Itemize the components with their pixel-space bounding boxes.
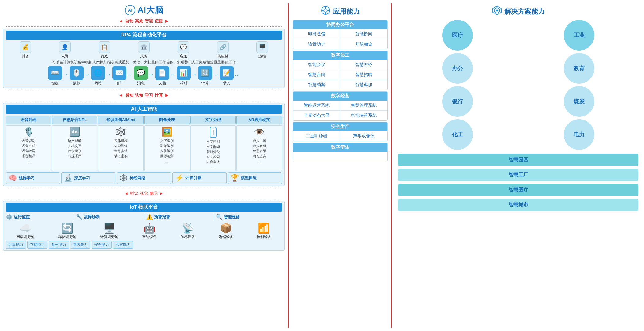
iot-cap-compute: 计算能力 xyxy=(6,241,26,249)
iot-capabilities-row: 计算能力 存储能力 备份能力 网络能力 安全能力 容灾能力 xyxy=(6,241,282,249)
rpa-cat-hr: 👤 人资 xyxy=(54,41,76,59)
iot-storage-pool-label: 存储资源池 xyxy=(58,234,77,240)
solution-circle-bank: 银行 xyxy=(442,86,473,117)
solution-circle-power: 电力 xyxy=(564,119,594,150)
ai-training-icon: 🏆 xyxy=(231,174,239,182)
app-cap-cell-smart-archive: 智慧档案 xyxy=(293,80,340,90)
rpa-cat-finance: 💰 财务 xyxy=(15,41,36,59)
rpa-cat-finance-label: 财务 xyxy=(22,54,29,59)
iot-divider-1 xyxy=(74,214,74,220)
rpa-cat-admin-label: 行政 xyxy=(101,54,108,59)
flow-website: 🌐 网站 xyxy=(91,66,105,86)
app-cap-cell-smart-ops: 智能运营系统 xyxy=(293,101,340,111)
rpa-cat-ops: 🖥️ 运维 xyxy=(251,41,273,59)
arrow-right: ► xyxy=(164,18,169,24)
ai-ml-label: 机器学习 xyxy=(19,175,35,181)
app-cap-office: 协同办公平台 即时通信 智能协同 语音助手 开放融合 xyxy=(293,20,388,49)
tag-cognition: 认知 xyxy=(135,93,143,98)
flow-mouse: 🖱️ 鼠标 xyxy=(70,66,84,86)
ai-col-image-icon: 🖼️ xyxy=(162,127,172,137)
solution-title: 解决方案能力 xyxy=(504,7,545,16)
flow-check: 📊 核对 xyxy=(177,66,191,86)
iot-cap-backup: 备份能力 xyxy=(49,241,69,249)
iot-divider-2 xyxy=(144,214,144,220)
dashed-divider-3 xyxy=(6,101,282,101)
rpa-cat-ops-label: 运维 xyxy=(258,54,266,59)
ai-col-text-icon: T xyxy=(210,127,217,138)
solution-circle-office: 办公 xyxy=(442,53,473,84)
ai-brain-title: AI AI大脑 xyxy=(3,4,285,16)
app-cap-office-title: 协同办公平台 xyxy=(293,20,387,29)
ai-cat-content: 🎙️ 语音识别语音合成语音转写语音翻译... 🔤 语义理解人机交互声纹识别行业语… xyxy=(6,125,282,171)
left-panel: AI AI大脑 ◄ 自动 高效 智能 便捷 ► RPA 流程自动化平台 💰 财务 xyxy=(3,3,285,328)
ai-brain-icon: AI xyxy=(125,5,136,16)
ai-ml: 🧠 机器学习 xyxy=(6,172,60,184)
flow-doc: 📄 文档 xyxy=(155,66,169,86)
ai-dl: 🔬 深度学习 xyxy=(61,172,115,184)
flow-website-icon: 🌐 xyxy=(91,66,105,80)
tag-touch: 触觉 xyxy=(150,191,158,196)
rpa-cat-supply-icon: 🔗 xyxy=(217,41,229,53)
ai-bottom-row: 🧠 机器学习 🔬 深度学习 🕸️ 神经网络 ⚡ 计算引擎 🏆 模型训 xyxy=(6,172,282,184)
flow-mouse-label: 鼠标 xyxy=(73,81,80,86)
solution-circle-medical: 医疗 xyxy=(442,20,473,51)
ai-categories-header: 语音处理 自然语言NPL 知识图谱AIMind 图像处理 文字处理 AR虚拟现实 xyxy=(6,116,282,124)
ai-col-image-text: 文字识别影像识别人脸识别目标检测... xyxy=(160,138,174,164)
solution-svg-icon xyxy=(492,6,502,15)
flow-dots: ··· xyxy=(235,72,240,79)
iot-monitor-repair-label: 智能检修 xyxy=(224,214,240,220)
ai-cat-text: 文字处理 xyxy=(190,116,236,124)
app-cap-digital-employee: 数字员工 智能会议 智慧财务 智慧合同 智慧招聘 智慧档案 智慧客服 xyxy=(293,51,388,90)
ai-training: 🏆 模型训练 xyxy=(228,172,282,184)
flow-doc-label: 文档 xyxy=(159,81,166,86)
iot-cap-storage: 存储能力 xyxy=(27,241,47,249)
iot-cap-disaster: 容灾能力 xyxy=(113,241,133,249)
app-cap-de-grid: 智能会议 智慧财务 智慧合同 智慧招聘 智慧档案 智慧客服 xyxy=(293,60,387,90)
tag-vision: 视觉 xyxy=(140,191,148,196)
rpa-cat-hr-icon: 👤 xyxy=(59,41,71,53)
app-cap-safety: 安全生产 工业听诊器 声学成像仪 xyxy=(293,122,388,141)
iot-smart-device: 🤖 智能设备 xyxy=(142,222,157,240)
rpa-cat-admin: 📋 行政 xyxy=(94,41,115,59)
solution-rect-factory: 智慧工厂 xyxy=(398,169,638,181)
ai-col-speech-icon: 🎙️ xyxy=(23,127,34,137)
app-cap-cell-smart-finance: 智慧财务 xyxy=(340,60,387,70)
left-center-divider xyxy=(288,3,289,328)
iot-sensor-device: 📡 传感设备 xyxy=(180,222,195,240)
iot-edge-device: 📦 边端设备 xyxy=(219,222,233,240)
flow-message-icon: 💬 xyxy=(134,66,148,80)
iot-monitor-fault-label: 故障诊断 xyxy=(84,214,100,220)
app-cap-office-grid: 即时通信 智能协同 语音助手 开放融合 xyxy=(293,29,387,49)
app-cap-cell-smart-service: 智慧客服 xyxy=(340,80,387,90)
ai-nn-label: 神经网络 xyxy=(130,175,145,181)
auto-tag-row: ◄ 自动 高效 智能 便捷 ► xyxy=(3,18,285,24)
flow-keyboard: ⌨️ 键盘 xyxy=(48,66,62,86)
ai-cat-image: 图像处理 xyxy=(144,116,190,124)
flow-keyboard-icon: ⌨️ xyxy=(48,66,62,80)
app-cap-digital-biz: 数字经营 智能运营系统 智慧管理系统 全景动态大屏 智能决策系统 xyxy=(293,91,388,121)
app-capability-panel: 应用能力 协同办公平台 即时通信 智能协同 语音助手 开放融合 数字员工 智能会… xyxy=(293,3,388,328)
ai-col-kg: 🕸️ 实体建模知识训练全意多维动态虚实.... xyxy=(98,125,144,171)
iot-monitor-alert: ⚠️ 预警报警 xyxy=(146,214,212,220)
svg-point-3 xyxy=(324,9,327,12)
flow-email: ✉️ 邮件 xyxy=(112,66,126,86)
iot-monitor-fault: 🔧 故障诊断 xyxy=(76,214,142,220)
arrow-left: ◄ xyxy=(119,18,123,24)
ai-cat-nlp: 自然语言NPL xyxy=(52,116,98,124)
tag-learning: 学习 xyxy=(145,93,153,98)
app-cap-header-icon xyxy=(321,6,330,17)
ai-cat-speech: 语音处理 xyxy=(6,116,51,124)
ai-col-speech: 🎙️ 语音识别语音合成语音转写语音翻译... xyxy=(6,125,51,171)
rpa-cat-hr-label: 人资 xyxy=(61,54,69,59)
iot-cap-security: 安全能力 xyxy=(92,241,112,249)
ai-intelligence-title: AI 人工智能 xyxy=(6,105,282,114)
solution-circle-industry: 工业 xyxy=(564,20,594,51)
app-cap-db-grid: 智能运营系统 智慧管理系统 全景动态大屏 智能决策系统 xyxy=(293,101,387,120)
dashed-divider-4 xyxy=(6,188,282,188)
ai-dl-icon: 🔬 xyxy=(64,174,72,182)
app-cap-safety-grid: 工业听诊器 声学成像仪 xyxy=(293,131,387,141)
app-cap-cell-smart-meeting: 智能会议 xyxy=(293,60,340,70)
solution-circles-grid: 医疗 工业 办公 教育 银行 煤炭 化工 电力 xyxy=(396,20,641,150)
flow-calc-icon: 🔢 xyxy=(198,66,212,80)
iot-monitor-run: ⚙️ 运行监控 xyxy=(6,214,72,220)
